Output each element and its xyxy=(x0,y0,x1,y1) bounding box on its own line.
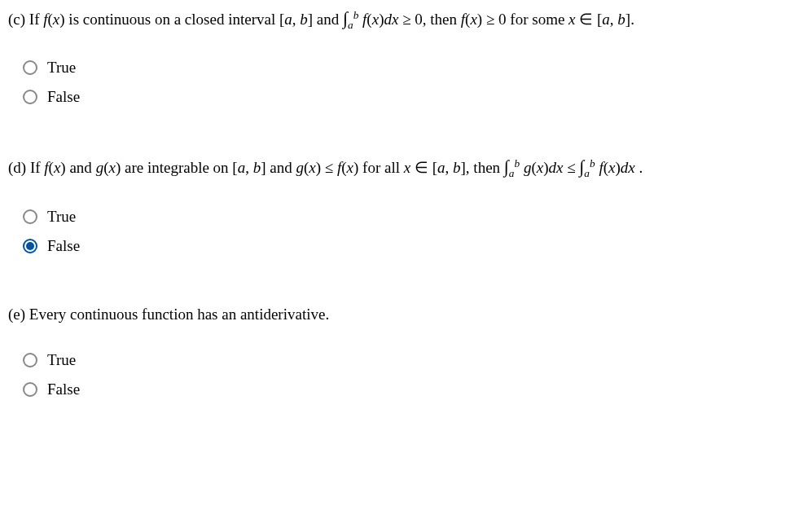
question-body: Every continuous function has an antider… xyxy=(29,306,329,323)
question-e-text: (e) Every continuous function has an ant… xyxy=(8,304,804,326)
option-label: False xyxy=(47,88,80,106)
question-label: (e) xyxy=(8,306,25,323)
question-c-text: (c) If f(x) is continuous on a closed in… xyxy=(8,7,804,33)
question-c: (c) If f(x) is continuous on a closed in… xyxy=(8,7,804,106)
option-e-true[interactable]: True xyxy=(23,351,804,369)
question-d: (d) If f(x) and g(x) are integrable on [… xyxy=(8,155,804,254)
question-e-options: True False xyxy=(23,351,804,398)
option-label: False xyxy=(47,381,80,398)
question-d-text: (d) If f(x) and g(x) are integrable on [… xyxy=(8,155,804,181)
option-label: True xyxy=(47,59,76,77)
option-d-false[interactable]: False xyxy=(23,237,804,255)
question-d-options: True False xyxy=(23,208,804,255)
option-label: False xyxy=(47,237,80,255)
radio-icon xyxy=(23,90,37,104)
question-e: (e) Every continuous function has an ant… xyxy=(8,304,804,399)
question-prefix: If xyxy=(29,11,43,28)
radio-icon-selected xyxy=(23,239,37,253)
option-c-false[interactable]: False xyxy=(23,88,804,106)
question-prefix: If xyxy=(30,159,44,176)
option-e-false[interactable]: False xyxy=(23,381,804,398)
option-label: True xyxy=(47,351,76,369)
radio-icon xyxy=(23,60,37,75)
option-label: True xyxy=(47,208,76,226)
radio-icon xyxy=(23,382,37,397)
radio-icon xyxy=(23,353,37,367)
option-d-true[interactable]: True xyxy=(23,208,804,226)
option-c-true[interactable]: True xyxy=(23,59,804,77)
question-c-options: True False xyxy=(23,59,804,106)
radio-icon xyxy=(23,209,37,224)
question-label: (c) xyxy=(8,11,25,28)
question-label: (d) xyxy=(8,159,26,176)
